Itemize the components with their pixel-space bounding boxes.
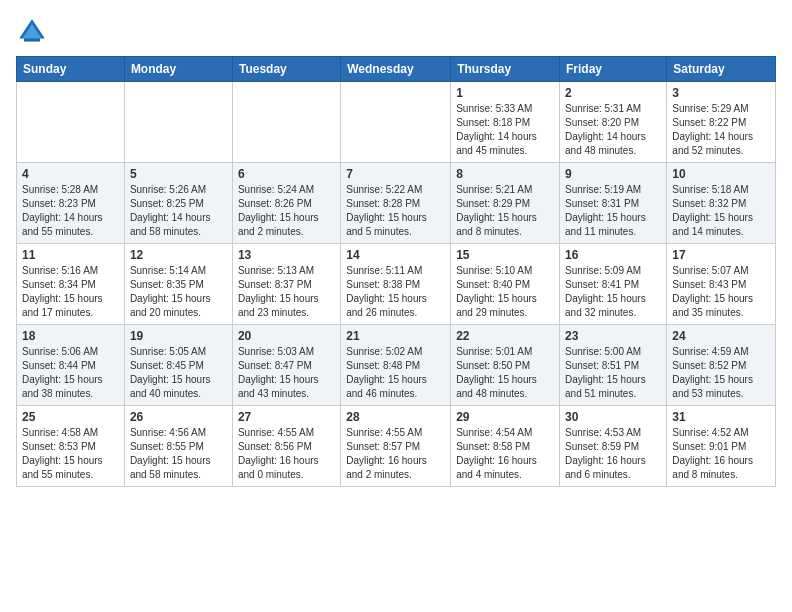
day-number: 4 [22,167,119,181]
day-info: Sunrise: 5:22 AM Sunset: 8:28 PM Dayligh… [346,183,445,239]
day-info: Sunrise: 5:00 AM Sunset: 8:51 PM Dayligh… [565,345,661,401]
calendar-cell [341,82,451,163]
calendar-cell: 25Sunrise: 4:58 AM Sunset: 8:53 PM Dayli… [17,406,125,487]
calendar-cell: 10Sunrise: 5:18 AM Sunset: 8:32 PM Dayli… [667,163,776,244]
day-number: 26 [130,410,227,424]
calendar-cell: 13Sunrise: 5:13 AM Sunset: 8:37 PM Dayli… [232,244,340,325]
calendar-week-row: 11Sunrise: 5:16 AM Sunset: 8:34 PM Dayli… [17,244,776,325]
calendar-cell: 15Sunrise: 5:10 AM Sunset: 8:40 PM Dayli… [451,244,560,325]
calendar-header-row: SundayMondayTuesdayWednesdayThursdayFrid… [17,57,776,82]
day-number: 10 [672,167,770,181]
day-header-sunday: Sunday [17,57,125,82]
calendar-cell: 19Sunrise: 5:05 AM Sunset: 8:45 PM Dayli… [124,325,232,406]
day-info: Sunrise: 4:54 AM Sunset: 8:58 PM Dayligh… [456,426,554,482]
day-number: 1 [456,86,554,100]
calendar-cell: 3Sunrise: 5:29 AM Sunset: 8:22 PM Daylig… [667,82,776,163]
day-info: Sunrise: 5:26 AM Sunset: 8:25 PM Dayligh… [130,183,227,239]
day-header-monday: Monday [124,57,232,82]
calendar-cell: 17Sunrise: 5:07 AM Sunset: 8:43 PM Dayli… [667,244,776,325]
calendar-cell [232,82,340,163]
calendar-cell: 24Sunrise: 4:59 AM Sunset: 8:52 PM Dayli… [667,325,776,406]
day-info: Sunrise: 4:56 AM Sunset: 8:55 PM Dayligh… [130,426,227,482]
day-number: 12 [130,248,227,262]
calendar-cell: 20Sunrise: 5:03 AM Sunset: 8:47 PM Dayli… [232,325,340,406]
calendar-cell: 2Sunrise: 5:31 AM Sunset: 8:20 PM Daylig… [560,82,667,163]
day-number: 27 [238,410,335,424]
calendar-cell: 31Sunrise: 4:52 AM Sunset: 9:01 PM Dayli… [667,406,776,487]
day-info: Sunrise: 5:18 AM Sunset: 8:32 PM Dayligh… [672,183,770,239]
calendar-cell: 4Sunrise: 5:28 AM Sunset: 8:23 PM Daylig… [17,163,125,244]
calendar-cell: 12Sunrise: 5:14 AM Sunset: 8:35 PM Dayli… [124,244,232,325]
calendar-cell: 26Sunrise: 4:56 AM Sunset: 8:55 PM Dayli… [124,406,232,487]
calendar-cell: 22Sunrise: 5:01 AM Sunset: 8:50 PM Dayli… [451,325,560,406]
calendar-cell: 8Sunrise: 5:21 AM Sunset: 8:29 PM Daylig… [451,163,560,244]
day-info: Sunrise: 5:14 AM Sunset: 8:35 PM Dayligh… [130,264,227,320]
day-info: Sunrise: 5:19 AM Sunset: 8:31 PM Dayligh… [565,183,661,239]
day-number: 22 [456,329,554,343]
day-number: 2 [565,86,661,100]
calendar-week-row: 18Sunrise: 5:06 AM Sunset: 8:44 PM Dayli… [17,325,776,406]
day-info: Sunrise: 5:05 AM Sunset: 8:45 PM Dayligh… [130,345,227,401]
day-number: 28 [346,410,445,424]
day-number: 7 [346,167,445,181]
day-number: 5 [130,167,227,181]
day-info: Sunrise: 5:06 AM Sunset: 8:44 PM Dayligh… [22,345,119,401]
day-number: 13 [238,248,335,262]
day-number: 31 [672,410,770,424]
day-info: Sunrise: 5:13 AM Sunset: 8:37 PM Dayligh… [238,264,335,320]
day-info: Sunrise: 4:52 AM Sunset: 9:01 PM Dayligh… [672,426,770,482]
day-info: Sunrise: 5:33 AM Sunset: 8:18 PM Dayligh… [456,102,554,158]
day-info: Sunrise: 5:03 AM Sunset: 8:47 PM Dayligh… [238,345,335,401]
day-info: Sunrise: 5:24 AM Sunset: 8:26 PM Dayligh… [238,183,335,239]
day-info: Sunrise: 4:55 AM Sunset: 8:56 PM Dayligh… [238,426,335,482]
day-header-friday: Friday [560,57,667,82]
calendar-week-row: 4Sunrise: 5:28 AM Sunset: 8:23 PM Daylig… [17,163,776,244]
day-info: Sunrise: 5:31 AM Sunset: 8:20 PM Dayligh… [565,102,661,158]
day-header-saturday: Saturday [667,57,776,82]
calendar-cell: 14Sunrise: 5:11 AM Sunset: 8:38 PM Dayli… [341,244,451,325]
day-info: Sunrise: 5:10 AM Sunset: 8:40 PM Dayligh… [456,264,554,320]
day-header-wednesday: Wednesday [341,57,451,82]
day-number: 25 [22,410,119,424]
day-info: Sunrise: 5:21 AM Sunset: 8:29 PM Dayligh… [456,183,554,239]
calendar-week-row: 25Sunrise: 4:58 AM Sunset: 8:53 PM Dayli… [17,406,776,487]
calendar-cell: 6Sunrise: 5:24 AM Sunset: 8:26 PM Daylig… [232,163,340,244]
calendar-cell: 9Sunrise: 5:19 AM Sunset: 8:31 PM Daylig… [560,163,667,244]
day-info: Sunrise: 5:02 AM Sunset: 8:48 PM Dayligh… [346,345,445,401]
day-info: Sunrise: 4:55 AM Sunset: 8:57 PM Dayligh… [346,426,445,482]
calendar-cell: 16Sunrise: 5:09 AM Sunset: 8:41 PM Dayli… [560,244,667,325]
day-info: Sunrise: 5:01 AM Sunset: 8:50 PM Dayligh… [456,345,554,401]
calendar-cell [17,82,125,163]
day-number: 21 [346,329,445,343]
day-number: 19 [130,329,227,343]
day-number: 29 [456,410,554,424]
calendar-cell: 21Sunrise: 5:02 AM Sunset: 8:48 PM Dayli… [341,325,451,406]
day-number: 24 [672,329,770,343]
day-number: 14 [346,248,445,262]
calendar-cell: 27Sunrise: 4:55 AM Sunset: 8:56 PM Dayli… [232,406,340,487]
day-number: 8 [456,167,554,181]
calendar-cell: 30Sunrise: 4:53 AM Sunset: 8:59 PM Dayli… [560,406,667,487]
day-number: 15 [456,248,554,262]
day-info: Sunrise: 4:58 AM Sunset: 8:53 PM Dayligh… [22,426,119,482]
day-info: Sunrise: 5:07 AM Sunset: 8:43 PM Dayligh… [672,264,770,320]
svg-rect-2 [24,38,40,41]
day-number: 17 [672,248,770,262]
day-info: Sunrise: 4:59 AM Sunset: 8:52 PM Dayligh… [672,345,770,401]
calendar-cell: 7Sunrise: 5:22 AM Sunset: 8:28 PM Daylig… [341,163,451,244]
day-info: Sunrise: 5:11 AM Sunset: 8:38 PM Dayligh… [346,264,445,320]
calendar-cell: 29Sunrise: 4:54 AM Sunset: 8:58 PM Dayli… [451,406,560,487]
calendar-cell: 28Sunrise: 4:55 AM Sunset: 8:57 PM Dayli… [341,406,451,487]
day-info: Sunrise: 4:53 AM Sunset: 8:59 PM Dayligh… [565,426,661,482]
calendar-cell: 5Sunrise: 5:26 AM Sunset: 8:25 PM Daylig… [124,163,232,244]
calendar-cell: 18Sunrise: 5:06 AM Sunset: 8:44 PM Dayli… [17,325,125,406]
calendar-week-row: 1Sunrise: 5:33 AM Sunset: 8:18 PM Daylig… [17,82,776,163]
day-number: 9 [565,167,661,181]
day-info: Sunrise: 5:16 AM Sunset: 8:34 PM Dayligh… [22,264,119,320]
calendar-table: SundayMondayTuesdayWednesdayThursdayFrid… [16,56,776,487]
calendar-cell: 1Sunrise: 5:33 AM Sunset: 8:18 PM Daylig… [451,82,560,163]
day-number: 6 [238,167,335,181]
logo-icon [16,16,48,48]
calendar-cell: 23Sunrise: 5:00 AM Sunset: 8:51 PM Dayli… [560,325,667,406]
day-number: 11 [22,248,119,262]
